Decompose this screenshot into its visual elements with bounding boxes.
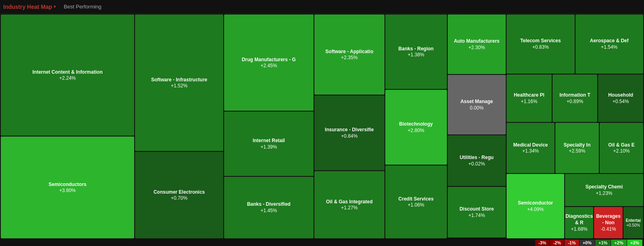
col-1: Internet Content & Information +2.24% Se… [1,14,134,238]
medical-device-cell[interactable]: Medical Device +1.34% [507,123,555,173]
col-6: Auto Manufacturers +2.30% Asset Manage 0… [448,14,506,238]
row-7-1: Telecom Services +0.83% Aerospace & Def … [507,14,643,74]
legend-plus3: +3% [627,240,642,246]
col-2: Software - Infrastructure +1.52% Consume… [135,14,223,238]
row-7-3: Medical Device +1.34% Specialty In +2.59… [507,123,643,173]
credit-services-cell[interactable]: Credit Services +1.06% [385,165,447,238]
title-text: Industry Heat Map [3,4,52,10]
legend: -3% -2% -1% +0% +1% +2% +3% [0,239,644,246]
legend-minus1: -1% [565,240,579,246]
title-chevron: ▾ [54,4,56,9]
aerospace-def-cell[interactable]: Aerospace & Def +1.54% [575,14,643,74]
semiconductor2-cell[interactable]: Semiconductor +4.09% [507,174,564,238]
legend-plus1: +1% [595,240,611,246]
row-7-2: Healthcare Pl +1.16% Information T +0.89… [507,74,643,122]
legend-plus2: +2% [611,240,626,246]
telecom-services-cell[interactable]: Telecom Services +0.83% [507,14,574,74]
right-sub-col: Specialty Chemi +1.23% Diagnostics & R +… [565,174,643,238]
beverages-non-cell[interactable]: Beverages - Non -0.41% [594,207,622,238]
utilities-regu-cell[interactable]: Utilities - Regu +0.02% [448,135,506,186]
asset-manage-cell[interactable]: Asset Manage 0.00% [448,75,506,134]
internet-content-cell[interactable]: Internet Content & Information +2.24% [1,14,134,136]
diagnostics-cell[interactable]: Diagnostics & R +1.68% [565,207,593,238]
industry-heatmap-title[interactable]: Industry Heat Map ▾ [3,4,56,10]
biotechnology-cell[interactable]: Biotechnology +2.80% [385,90,447,164]
header: Industry Heat Map ▾ Best Performing [0,0,644,14]
household-cell[interactable]: Household +0.54% [598,74,643,122]
oil-gas-e-cell[interactable]: Oil & Gas E +2.10% [600,123,643,173]
insurance-diversified-cell[interactable]: Insurance - Diversifie +0.84% [314,95,384,170]
specialty-in-cell[interactable]: Specialty In +2.59% [555,123,599,173]
oil-gas-integrated-cell[interactable]: Oil & Gas Integrated +1.27% [314,171,384,238]
information-t-cell[interactable]: Information T +0.89% [553,74,598,122]
heatmap-container: Internet Content & Information +2.24% Se… [0,14,644,239]
best-performing-tab[interactable]: Best Performing [64,4,101,10]
banks-diversified-cell[interactable]: Banks - Diversified +1.45% [224,177,313,238]
legend-zero: +0% [580,240,595,246]
auto-manufacturers-cell[interactable]: Auto Manufacturers +2.30% [448,14,506,74]
semiconductors-cell[interactable]: Semiconductors +3.80% [1,136,134,238]
col-3: Drug Manufacturers - G +2.45% Internet R… [224,14,313,238]
legend-minus3: -3% [535,240,550,246]
internet-retail-cell[interactable]: Internet Retail +1.39% [224,112,313,176]
consumer-electronics-cell[interactable]: Consumer Electronics +0.70% [135,152,223,238]
software-infra-cell[interactable]: Software - Infrastructure +1.52% [135,14,223,151]
col-7: Telecom Services +0.83% Aerospace & Def … [507,14,643,238]
drug-manufacturers-cell[interactable]: Drug Manufacturers - G +2.45% [224,14,313,111]
col-4: Software - Applicatio +2.35% Insurance -… [314,14,384,238]
legend-minus2: -2% [550,240,565,246]
software-applications-cell[interactable]: Software - Applicatio +2.35% [314,14,384,95]
healthcare-pl-cell[interactable]: Healthcare Pl +1.16% [507,74,552,122]
entertainment-cell[interactable]: Entertai +0.50% [623,207,643,238]
col-5: Banks - Region +1.38% Biotechnology +2.8… [385,14,447,238]
banks-regional-cell[interactable]: Banks - Region +1.38% [385,14,447,89]
specialty-chemi-cell[interactable]: Specialty Chemi +1.23% [565,174,643,206]
discount-store-cell[interactable]: Discount Store +1.74% [448,187,506,238]
row-7-4: Semiconductor +4.09% Specialty Chemi +1.… [507,174,643,238]
bottom-right-row: Diagnostics & R +1.68% Beverages - Non -… [565,207,643,238]
